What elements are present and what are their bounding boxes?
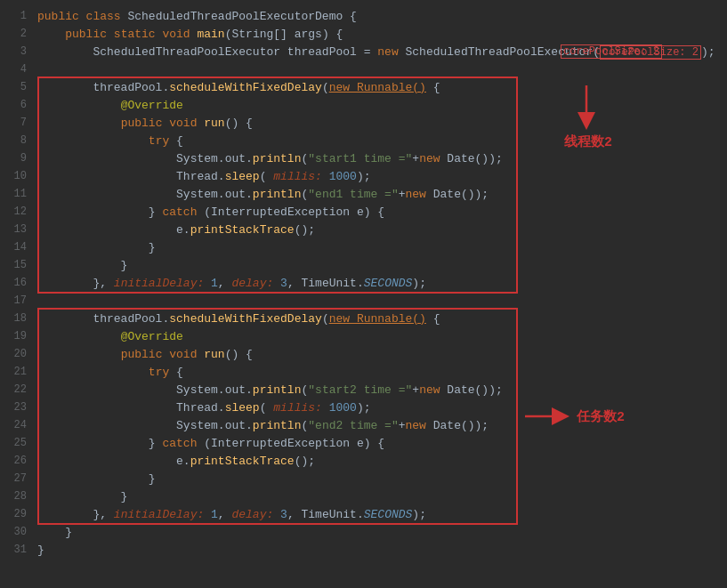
line-content: try { [34, 134, 727, 148]
line-number: 25 [0, 437, 34, 449]
code-line: 16 }, initialDelay: 1, delay: 3, TimeUni… [0, 274, 727, 292]
corePoolSize-annotation: corePoolSize: 2 [561, 44, 662, 59]
code-line: 1public class ScheduledThreadPoolExecuto… [0, 7, 727, 25]
line-number: 6 [0, 99, 34, 111]
code-line: 21 try { [0, 363, 727, 381]
code-line: 13 e.printStackTrace(); [0, 221, 727, 238]
line-number: 14 [0, 241, 34, 254]
line-content: } [34, 544, 727, 557]
line-content: }, initialDelay: 1, delay: 3, TimeUnit.S… [34, 508, 727, 521]
line-number: 15 [0, 259, 34, 271]
code-line: 31} [0, 541, 727, 559]
code-line: 4 [0, 60, 727, 78]
code-line: 29 }, initialDelay: 1, delay: 3, TimeUni… [0, 505, 727, 523]
line-content: public void run() { [34, 117, 727, 130]
line-content: System.out.println("end1 time ="+new Dat… [34, 188, 727, 201]
line-number: 27 [0, 472, 34, 485]
line-number: 2 [0, 28, 34, 40]
line-number: 16 [0, 277, 34, 289]
line-number: 29 [0, 508, 34, 520]
line-number: 30 [0, 526, 34, 538]
line-number: 13 [0, 223, 34, 236]
code-line: 26 e.printStackTrace(); [0, 452, 727, 470]
line-content: } [34, 472, 727, 486]
line-number: 19 [0, 330, 34, 342]
code-line: 8 try { [0, 132, 727, 149]
line-content: try { [34, 366, 727, 379]
line-number: 24 [0, 419, 34, 431]
line-content: @Override [34, 330, 727, 343]
line-number: 3 [0, 45, 34, 58]
code-line: 14 } [0, 238, 727, 256]
thread-count-label: 线程数2 [561, 85, 612, 150]
line-content: Thread.sleep( millis: 1000); [34, 170, 727, 183]
line-number: 1 [0, 10, 34, 22]
code-line: 18 threadPool.scheduleWithFixedDelay(new… [0, 310, 727, 327]
line-number: 20 [0, 348, 34, 360]
line-content: threadPool.scheduleWithFixedDelay(new Ru… [34, 81, 727, 94]
line-content: e.printStackTrace(); [34, 455, 727, 468]
task-count-text: 任务数2 [577, 408, 625, 425]
line-number: 18 [0, 312, 34, 325]
task-count-label: 任务数2 [525, 406, 625, 427]
line-number: 17 [0, 294, 34, 307]
thread-count-text: 线程数2 [564, 133, 612, 150]
line-content: } [34, 526, 727, 539]
line-number: 9 [0, 152, 34, 165]
code-line: 25 } catch (InterruptedException e) { [0, 434, 727, 452]
line-content: } [34, 490, 727, 503]
code-line: 2 public static void main(String[] args)… [0, 25, 727, 43]
line-content: }, initialDelay: 1, delay: 3, TimeUnit.S… [34, 277, 727, 290]
code-line: 11 System.out.println("end1 time ="+new … [0, 185, 727, 203]
line-content: threadPool.scheduleWithFixedDelay(new Ru… [34, 312, 727, 326]
code-line: 27 } [0, 470, 727, 487]
line-number: 4 [0, 63, 34, 76]
line-content: public static void main(String[] args) { [34, 28, 727, 41]
line-content: } catch (InterruptedException e) { [34, 205, 727, 219]
line-number: 26 [0, 455, 34, 467]
code-line: 12 } catch (InterruptedException e) { [0, 203, 727, 221]
line-content: @Override [34, 99, 727, 112]
line-content: public void run() { [34, 348, 727, 361]
code-line: 9 System.out.println("start1 time ="+new… [0, 149, 727, 167]
line-content: } [34, 241, 727, 254]
code-line: 5 threadPool.scheduleWithFixedDelay(new … [0, 78, 727, 96]
line-number: 7 [0, 117, 34, 129]
line-number: 5 [0, 81, 34, 93]
line-number: 8 [0, 134, 34, 147]
code-line: 7 public void run() { [0, 114, 727, 132]
line-number: 22 [0, 383, 34, 396]
code-line: 10 Thread.sleep( millis: 1000); [0, 167, 727, 185]
code-line: 28 } [0, 487, 727, 505]
line-content: System.out.println("start1 time ="+new D… [34, 152, 727, 165]
line-content: } catch (InterruptedException e) { [34, 437, 727, 450]
code-line: 19 @Override [0, 327, 727, 345]
code-line: 15 } [0, 256, 727, 274]
line-content: public class ScheduledThreadPoolExecutor… [34, 10, 727, 23]
line-content: } [34, 259, 727, 272]
line-number: 12 [0, 205, 34, 218]
line-number: 10 [0, 170, 34, 182]
line-content: System.out.println("start2 time ="+new D… [34, 383, 727, 397]
line-number: 21 [0, 366, 34, 378]
code-line: 6 @Override [0, 96, 727, 114]
code-editor: 1public class ScheduledThreadPoolExecuto… [0, 0, 727, 588]
code-line: 30 } [0, 523, 727, 541]
line-content: e.printStackTrace(); [34, 223, 727, 237]
code-line: 20 public void run() { [0, 345, 727, 363]
line-number: 11 [0, 188, 34, 200]
line-number: 23 [0, 401, 34, 414]
line-number: 28 [0, 490, 34, 503]
line-number: 31 [0, 544, 34, 556]
code-line: 22 System.out.println("start2 time ="+ne… [0, 381, 727, 399]
code-line: 17 [0, 292, 727, 310]
